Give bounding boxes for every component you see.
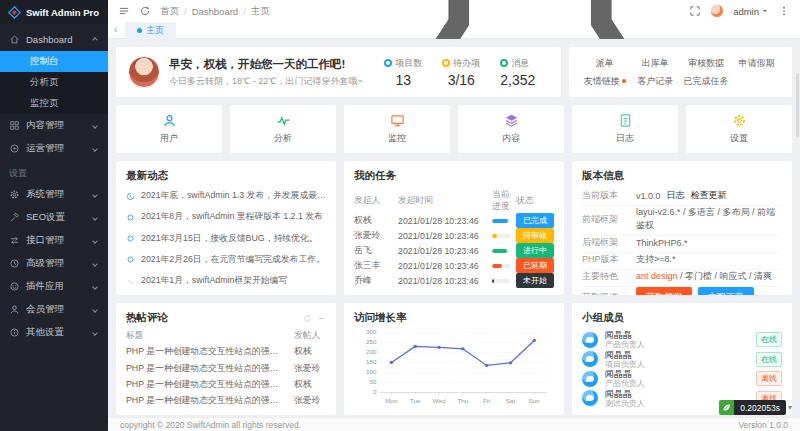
news-item[interactable]: 2021年底，swiftAdmin 1.3 发布，并发展成最受欢迎的极速开发框架…: [126, 190, 326, 202]
shortcuts-row: 用户 分析 监控 内容 日志 设置: [116, 105, 792, 153]
tab-home[interactable]: 主页: [125, 22, 176, 39]
comment-row[interactable]: PHP 是一种创建动态交互性站点的强有力的服务器端脚本语言 权栈: [126, 346, 326, 358]
shortcut-label: 监控: [388, 132, 406, 145]
comment-title: PHP 是一种创建动态交互性站点的强有力的服务器端脚本语言: [126, 346, 286, 358]
shortcut-label: 内容: [502, 132, 520, 145]
sidebar-item-10[interactable]: 其他设置: [0, 321, 108, 344]
version-link-检查更新[interactable]: 检查更新: [691, 189, 727, 202]
sidebar-item-6[interactable]: 接口管理: [0, 229, 108, 252]
quick-link[interactable]: 出库单: [630, 57, 681, 70]
layers-icon: [504, 113, 519, 128]
svg-text:Sun: Sun: [529, 398, 541, 405]
breadcrumb-dashboard[interactable]: Dashboard: [192, 6, 238, 17]
version-row-value: ant design / 零门槛 / 响应式 / 清爽: [636, 270, 772, 283]
quick-link[interactable]: 审核数据: [681, 57, 732, 70]
task-row: 张爱玲 2021/01/28 10:23:46 待审核: [354, 228, 554, 243]
comment-row[interactable]: PHP 是一种创建动态交互性站点的强有力的服务器端脚本语言 张爱玲: [126, 363, 326, 375]
member-name: 闻晶晶: [605, 330, 645, 340]
chevron-down-icon: [92, 261, 98, 267]
api-icon: [9, 235, 20, 246]
news-text: 2021年8月，swiftAdmin 里程碑版本 1.2.1 发布: [141, 211, 323, 223]
quick-link[interactable]: 友情链接: [579, 75, 630, 88]
grid-icon: [9, 120, 20, 131]
comments-title: 热帖评论: [126, 311, 168, 325]
task-status-badge: 已延期: [516, 258, 554, 273]
sidebar-item-1[interactable]: 内容管理: [0, 114, 108, 137]
timeline-dot-icon: [126, 277, 135, 286]
news-item[interactable]: 2021年2月26日，在元宵节编写完成发布工作。: [126, 254, 326, 266]
task-progress-bar: [492, 249, 510, 253]
sidebar-item-9[interactable]: 会员管理: [0, 298, 108, 321]
hamburger-icon[interactable]: [118, 5, 130, 17]
sidebar-item-4[interactable]: 系统管理: [0, 183, 108, 206]
fullscreen-icon[interactable]: [689, 5, 701, 17]
member-name: 闻晶晶: [605, 369, 645, 379]
breadcrumb-home[interactable]: 首页: [160, 5, 179, 18]
panel-collapse-icon[interactable]: [317, 314, 326, 323]
user-icon: [9, 304, 20, 315]
comment-author: 权栈: [294, 379, 326, 391]
panel-refresh-icon[interactable]: [303, 314, 312, 323]
version-link-日志[interactable]: 日志: [667, 189, 685, 202]
quick-link[interactable]: 派单: [579, 57, 630, 70]
license-button[interactable]: 获取授权: [636, 287, 692, 295]
news-item[interactable]: 2021年1月，swiftAdmin框架开始编写: [126, 275, 326, 287]
task-time: 2021/01/28 10:23:46: [398, 276, 486, 286]
hammer-icon: [9, 212, 20, 223]
shortcut-card[interactable]: 日志: [572, 105, 678, 153]
version-row: 主要特色 ant design / 零门槛 / 响应式 / 清爽: [582, 270, 782, 287]
comment-row[interactable]: PHP 是一种创建动态交互性站点的强有力的服务器端脚本语言 权栈: [126, 379, 326, 391]
quick-link[interactable]: 客户记录: [630, 75, 681, 88]
runtime-caret-icon[interactable]: ▾: [788, 403, 792, 412]
home-icon: [9, 34, 20, 45]
comment-author: 张爱玲: [294, 395, 326, 407]
stat-item: 项目数 13: [384, 57, 422, 88]
tab-scroll-left[interactable]: ‹: [114, 25, 117, 35]
scrollbar[interactable]: [796, 73, 799, 137]
user-menu[interactable]: admin: [733, 6, 769, 17]
team-member-row: 闻晶晶 产品负责人 在线: [582, 330, 782, 350]
welcome-card: 早安，权栈，开始您一天的工作吧! 今日多云转阴，18℃ - 22℃，出门记得穿外…: [116, 47, 561, 97]
news-item[interactable]: 2021年3月15日，接收反馈BUG，持续优化。: [126, 233, 326, 245]
comments-table: 标题 发帖人 PHP 是一种创建动态交互性站点的强有力的服务器端脚本语言 权栈 …: [126, 330, 326, 407]
comment-row[interactable]: PHP 是一种创建动态交互性站点的强有力的服务器端脚本语言 张爱玲: [126, 395, 326, 407]
sidebar-item-0[interactable]: Dashboard: [0, 28, 108, 51]
sidebar-item-8[interactable]: 插件应用: [0, 275, 108, 298]
sidebar-item-2[interactable]: 运营管理: [0, 137, 108, 160]
task-row: 权栈 2021/01/28 10:23:46 已完成: [354, 213, 554, 228]
news-item[interactable]: 2021年8月，swiftAdmin 里程碑版本 1.2.1 发布: [126, 211, 326, 223]
quick-link[interactable]: 已完成任务: [681, 75, 732, 88]
shortcut-card[interactable]: 分析: [230, 105, 336, 153]
chevron-down-icon: [761, 7, 769, 15]
shortcut-card[interactable]: 内容: [458, 105, 564, 153]
shortcut-card[interactable]: 设置: [686, 105, 792, 153]
sidebar-subitem-监控页[interactable]: 监控页: [0, 93, 108, 114]
member-avatar: [582, 351, 598, 367]
sidebar-subitem-控制台[interactable]: 控制台: [0, 51, 108, 72]
comment-title: PHP 是一种创建动态交互性站点的强有力的服务器端脚本语言: [126, 379, 286, 391]
member-role: 项目负责人: [605, 360, 645, 369]
logo[interactable]: Swift Admin Pro: [0, 0, 108, 24]
version-row-label: 前端框架: [582, 213, 630, 226]
topbar: 首页 / Dashboard / 主页 admin: [108, 0, 800, 22]
comment-author: 权栈: [294, 346, 326, 358]
shortcut-card[interactable]: 监控: [344, 105, 450, 153]
red-dot-icon: [622, 79, 626, 83]
download-button[interactable]: 立即下载: [698, 287, 754, 295]
svg-text:100: 100: [366, 369, 377, 376]
user-avatar[interactable]: [710, 4, 724, 18]
tasks-header-progress: 当前进度: [492, 189, 510, 213]
sidebar-subitem-分析页[interactable]: 分析页: [0, 72, 108, 93]
quick-link[interactable]: 申请假期: [731, 57, 782, 70]
visit-growth-chart: 050100150200250300MonTueWedThuFriSatSun: [354, 327, 554, 407]
version-rows: 当前版本 v1.0.0 日志检查更新 前端框架 layui-v2.6.* / 多…: [582, 189, 782, 295]
sidebar-item-7[interactable]: 高级管理: [0, 252, 108, 275]
stat-value: 3/16: [442, 72, 480, 88]
smile-icon: [9, 281, 20, 292]
shortcut-card[interactable]: 用户: [116, 105, 222, 153]
more-menu-icon[interactable]: [778, 5, 790, 17]
chevron-down-icon: [92, 307, 98, 313]
refresh-icon[interactable]: [139, 5, 151, 17]
chevron-down-icon: [92, 146, 98, 152]
sidebar-item-5[interactable]: SEO设置: [0, 206, 108, 229]
